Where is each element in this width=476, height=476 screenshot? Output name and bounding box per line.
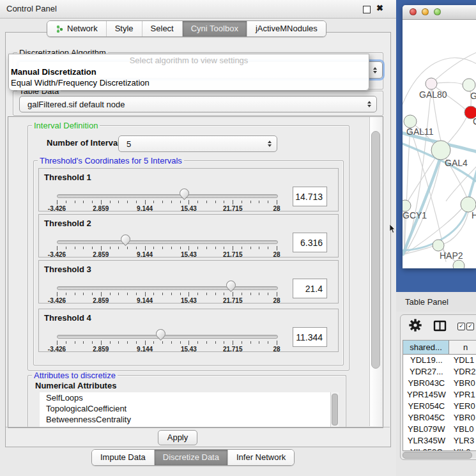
table-data-combobox[interactable]: galFiltered.sif default node bbox=[19, 96, 377, 112]
divider bbox=[6, 427, 390, 427]
slider-tick bbox=[110, 247, 111, 249]
column-header-2[interactable]: n bbox=[449, 341, 476, 355]
checkbox-icon-2[interactable]: ✓ bbox=[466, 323, 474, 330]
threshold-value-field[interactable]: 14.713 bbox=[293, 187, 327, 206]
network-node-gal11[interactable] bbox=[404, 115, 417, 128]
slider-tick bbox=[250, 341, 251, 344]
threshold-value-field[interactable]: 11.344 bbox=[293, 327, 327, 347]
dropdown-item-equal-width-frequency[interactable]: Equal Width/Frequency Discretization bbox=[11, 78, 150, 88]
slider-tick bbox=[215, 201, 216, 203]
slider-tick bbox=[206, 201, 207, 203]
close-icon[interactable]: ✖ bbox=[376, 3, 383, 13]
number-of-intervals-combobox[interactable]: 5 bbox=[118, 135, 277, 152]
slider-tick bbox=[224, 293, 224, 295]
slider-tick bbox=[215, 341, 216, 344]
slider-tick bbox=[110, 293, 111, 295]
network-node-label: GCY1 bbox=[403, 210, 427, 220]
dropdown-item-manual-discretization[interactable]: Manual Discretization bbox=[11, 67, 96, 77]
tab-impute-data[interactable]: Impute Data bbox=[92, 450, 154, 465]
tab-network[interactable]: Network bbox=[47, 21, 106, 36]
list-item[interactable]: TopologicalCoefficient bbox=[40, 403, 330, 414]
table-panel-title: Table Panel bbox=[405, 297, 449, 307]
threshold-value-field[interactable]: 21.4 bbox=[293, 279, 327, 298]
slider-scale-label: 28 bbox=[263, 251, 291, 258]
checkbox-icon-1[interactable]: ✓ bbox=[457, 323, 465, 330]
slider-scale-label: 15.43 bbox=[174, 205, 203, 212]
network-node-label: GA bbox=[470, 91, 476, 101]
tab-cyni-toolbox[interactable]: Cyni Toolbox bbox=[182, 21, 247, 36]
table-row[interactable]: YBR045CYBR0 bbox=[403, 412, 476, 424]
list-scrollbar-thumb[interactable] bbox=[332, 394, 338, 426]
numerical-attributes-list[interactable]: SelfLoopsTopologicalCoefficientBetweenne… bbox=[40, 392, 330, 427]
slider-scale-label: 21.715 bbox=[219, 251, 247, 258]
slider-tick bbox=[206, 247, 207, 249]
slider-tick bbox=[101, 246, 102, 250]
slider-tick bbox=[136, 247, 137, 249]
slider-tick bbox=[136, 341, 137, 344]
table-row[interactable]: YER054CYER0 bbox=[403, 401, 476, 412]
slider-tick bbox=[66, 341, 66, 344]
number-of-intervals-label: Number of Intervals bbox=[47, 138, 125, 148]
slider-track[interactable] bbox=[57, 335, 278, 339]
slider-tick bbox=[224, 201, 224, 203]
slider-track[interactable] bbox=[57, 286, 278, 290]
network-node-gal4[interactable] bbox=[431, 141, 450, 160]
network-node-gal80[interactable] bbox=[426, 78, 437, 89]
node-table[interactable]: shared...nYDL19...YDL1YDR27...YDR2YBR043… bbox=[403, 340, 476, 451]
list-item[interactable]: BetweennessCentrality bbox=[40, 414, 330, 425]
slider-tick bbox=[277, 246, 277, 250]
table-row[interactable]: YDL19...YDL1 bbox=[403, 355, 476, 366]
table-row[interactable]: YBL079WYBL0 bbox=[403, 424, 476, 435]
network-node[interactable] bbox=[453, 260, 464, 268]
table-row[interactable]: YBR043CYBR0 bbox=[403, 378, 476, 389]
slider-tick bbox=[224, 341, 224, 344]
network-node-hap2[interactable] bbox=[433, 240, 444, 251]
table-row[interactable]: YDR27...YDR2 bbox=[403, 366, 476, 378]
number-of-intervals-value: 5 bbox=[119, 139, 268, 149]
slider-tick bbox=[233, 200, 233, 204]
threshold-value-field[interactable]: 6.316 bbox=[293, 233, 327, 252]
attributes-group-label: Attributes to discretize bbox=[32, 371, 118, 380]
slider-tick bbox=[162, 247, 163, 249]
network-node-ga[interactable] bbox=[463, 79, 475, 91]
horizontal-scrollbar-thumb[interactable] bbox=[403, 452, 472, 459]
slider-tick bbox=[153, 341, 154, 344]
column-selector-icon[interactable] bbox=[433, 320, 447, 334]
table-cell: YLR345W bbox=[403, 435, 450, 447]
slider-tick bbox=[188, 341, 189, 345]
combo-arrows-icon bbox=[268, 141, 272, 147]
column-header-1[interactable]: shared... bbox=[403, 341, 449, 355]
network-node-label: GAL11 bbox=[406, 127, 434, 137]
float-window-icon[interactable] bbox=[363, 6, 371, 13]
slider-tick bbox=[197, 293, 198, 295]
slider-track[interactable] bbox=[57, 240, 278, 244]
zoom-traffic-light[interactable] bbox=[434, 8, 441, 15]
table-row[interactable]: YPR145WYPR1 bbox=[403, 389, 476, 401]
tab-select[interactable]: Select bbox=[142, 21, 182, 36]
table-data-combobox-value: galFiltered.sif default node bbox=[20, 100, 367, 109]
list-item[interactable]: SelfLoops bbox=[40, 392, 330, 403]
slider-tick bbox=[171, 293, 172, 295]
table-cell: YBL079W bbox=[403, 424, 450, 435]
slider-tick bbox=[127, 201, 128, 203]
apply-button[interactable]: Apply bbox=[158, 430, 197, 445]
vertical-scrollbar-thumb[interactable] bbox=[371, 131, 380, 369]
slider-tick bbox=[250, 293, 251, 295]
slider-track[interactable] bbox=[57, 194, 278, 198]
tab-jactivemnodules[interactable]: jActiveMNodules bbox=[247, 21, 326, 36]
tab-label: Infer Network bbox=[236, 450, 286, 465]
tab-infer-network[interactable]: Infer Network bbox=[227, 450, 294, 465]
table-row[interactable]: YIL052CYIL0 bbox=[403, 447, 476, 451]
close-traffic-light[interactable] bbox=[410, 8, 417, 15]
settings-gear-icon[interactable] bbox=[409, 319, 422, 334]
slider-tick bbox=[83, 247, 84, 249]
tab-style[interactable]: Style bbox=[106, 21, 142, 36]
table-row[interactable]: YLR345WYLR3 bbox=[403, 435, 476, 447]
table-header-row: shared...n bbox=[403, 341, 476, 355]
network-canvas[interactable]: GAL80GACGAL11GAL4GCY1HHAP2 bbox=[403, 19, 476, 268]
tab-discretize-data[interactable]: Discretize Data bbox=[154, 450, 227, 465]
slider-tick bbox=[206, 341, 207, 344]
slider-tick bbox=[83, 201, 84, 203]
slider-tick bbox=[206, 293, 207, 295]
minimize-traffic-light[interactable] bbox=[422, 8, 429, 15]
